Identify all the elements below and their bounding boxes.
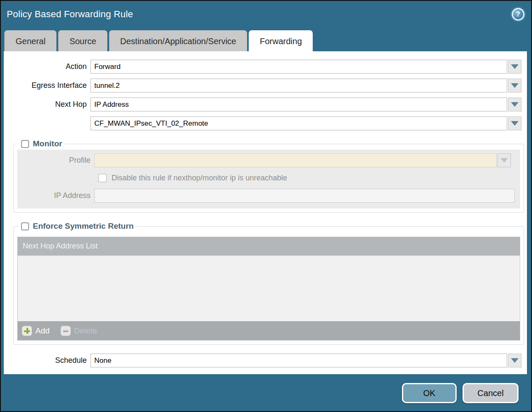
disable-rule-label: Disable this rule if nexthop/monitor ip … [112, 174, 287, 182]
next-hop-address-list-header: Next Hop Address List [18, 237, 520, 256]
next-hop-address-table: Next Hop Address List Add Delete [17, 237, 520, 341]
add-button[interactable]: Add [22, 326, 50, 336]
next-hop-label: Next Hop [4, 100, 90, 109]
chevron-down-icon [511, 102, 519, 107]
delete-button: Delete [61, 326, 97, 336]
cancel-button[interactable]: Cancel [463, 383, 519, 403]
dialog-action-buttons: OK Cancel [402, 383, 519, 403]
tab-source[interactable]: Source [58, 30, 107, 51]
egress-interface-input[interactable] [90, 79, 507, 92]
chevron-down-icon [511, 83, 519, 88]
next-hop-type-input[interactable] [90, 98, 507, 111]
monitor-legend: Monitor [19, 139, 64, 148]
monitor-body: Profile Disable this rule if nexthop/mon… [17, 150, 520, 209]
monitor-section: Monitor Profile Disable this rule if nex… [13, 139, 524, 213]
enforce-symmetric-return-legend-label: Enforce Symmetric Return [33, 222, 134, 231]
tab-forwarding[interactable]: Forwarding [249, 30, 313, 51]
profile-input [94, 153, 497, 167]
monitor-ip-address-row: IP Address [17, 189, 515, 203]
minus-icon [61, 326, 71, 336]
profile-dropdown-button [497, 153, 511, 167]
schedule-dropdown-button[interactable] [508, 354, 521, 367]
tab-general[interactable]: General [4, 30, 56, 51]
policy-based-forwarding-dialog: Policy Based Forwarding Rule ? General S… [0, 0, 532, 412]
tab-destination-application-service[interactable]: Destination/Application/Service [109, 30, 247, 51]
delete-button-label: Delete [74, 326, 97, 335]
next-hop-address-list-footer: Add Delete [18, 321, 520, 340]
disable-rule-row: Disable this rule if nexthop/monitor ip … [98, 174, 515, 182]
chevron-down-icon [500, 158, 508, 163]
egress-interface-label: Egress Interface [4, 81, 90, 90]
enforce-symmetric-return-legend: Enforce Symmetric Return [19, 222, 136, 231]
action-input[interactable] [90, 60, 507, 74]
action-row: Action [4, 60, 521, 74]
next-hop-row: Next Hop [4, 98, 521, 111]
chevron-down-icon [511, 121, 519, 126]
schedule-input[interactable] [90, 354, 507, 367]
next-hop-address-dropdown-button[interactable] [508, 116, 521, 130]
forwarding-tab-panel: Action Egress Interface Next Hop [4, 51, 527, 374]
profile-label: Profile [17, 156, 94, 165]
profile-row: Profile [17, 153, 511, 167]
monitor-ip-address-label: IP Address [17, 191, 94, 200]
enforce-symmetric-return-checkbox[interactable] [21, 222, 29, 230]
action-label: Action [4, 62, 90, 71]
chevron-down-icon [511, 64, 519, 69]
dialog-title: Policy Based Forwarding Rule [7, 9, 133, 20]
chevron-down-icon [511, 358, 519, 363]
ok-button[interactable]: OK [402, 383, 457, 403]
schedule-label: Schedule [4, 356, 90, 365]
monitor-legend-label: Monitor [33, 139, 62, 148]
egress-interface-row: Egress Interface [4, 79, 521, 92]
next-hop-address-input[interactable] [90, 116, 507, 130]
plus-icon [22, 326, 32, 336]
monitor-ip-address-input [94, 189, 515, 203]
schedule-row: Schedule [4, 354, 521, 367]
add-button-label: Add [35, 326, 50, 335]
disable-rule-checkbox [98, 174, 107, 182]
action-dropdown-button[interactable] [508, 60, 521, 74]
help-icon[interactable]: ? [512, 8, 524, 21]
next-hop-address-list-body[interactable] [18, 256, 520, 321]
monitor-checkbox[interactable] [21, 140, 29, 148]
tab-bar: General Source Destination/Application/S… [4, 30, 313, 51]
enforce-symmetric-return-section: Enforce Symmetric Return Next Hop Addres… [13, 222, 524, 345]
next-hop-dropdown-button[interactable] [508, 98, 521, 111]
next-hop-address-row [4, 116, 521, 130]
egress-interface-dropdown-button[interactable] [508, 79, 521, 92]
